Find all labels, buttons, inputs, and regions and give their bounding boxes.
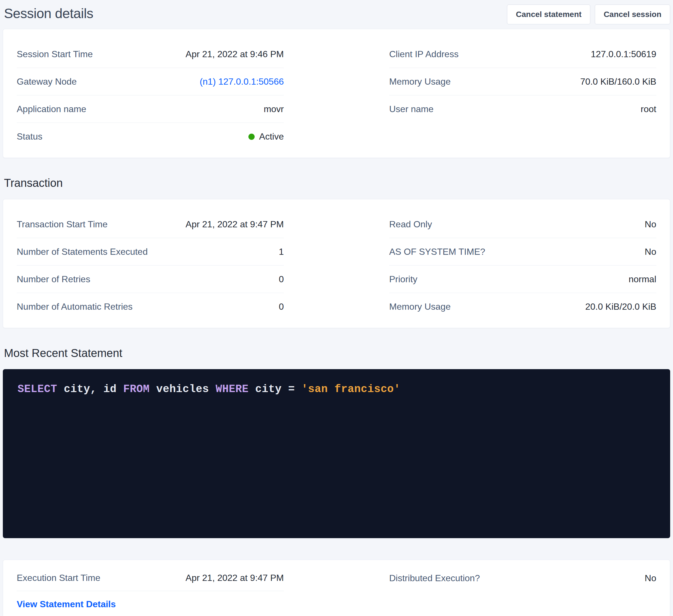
most-recent-statement-title: Most Recent Statement xyxy=(4,347,670,359)
sql-token: city, id xyxy=(57,383,123,395)
header-actions: Cancel statement Cancel session xyxy=(507,4,670,24)
detail-value: normal xyxy=(629,274,656,285)
number-of-retries-row: Number of Retries 0 xyxy=(17,266,284,293)
sql-statement-box: SELECT city, id FROM vehicles WHERE city… xyxy=(3,369,670,538)
detail-label: Transaction Start Time xyxy=(17,219,107,230)
session-start-time-row: Session Start Time Apr 21, 2022 at 9:46 … xyxy=(17,40,284,68)
session-details-page: Session details Cancel statement Cancel … xyxy=(0,0,673,616)
application-name-row: Application name movr xyxy=(17,95,284,123)
detail-value: 70.0 KiB/160.0 KiB xyxy=(580,76,656,87)
cancel-statement-button[interactable]: Cancel statement xyxy=(507,5,590,24)
client-ip-row: Client IP Address 127.0.0.1:50619 xyxy=(389,40,656,68)
detail-label: Number of Statements Executed xyxy=(17,247,148,257)
detail-label: AS OF SYSTEM TIME? xyxy=(389,247,485,257)
detail-value: No xyxy=(645,573,656,583)
view-statement-details-link[interactable]: View Statement Details xyxy=(17,599,116,609)
page-title: Session details xyxy=(4,6,93,21)
execution-card-left-column: Execution Start Time Apr 21, 2022 at 9:4… xyxy=(17,565,284,616)
detail-label: Session Start Time xyxy=(17,49,93,59)
detail-label: Memory Usage xyxy=(389,76,451,87)
detail-value: 0 xyxy=(279,274,284,285)
detail-label: Number of Automatic Retries xyxy=(17,301,133,312)
transaction-section-title: Transaction xyxy=(4,177,670,190)
detail-value: 20.0 KiB/20.0 KiB xyxy=(585,301,656,312)
transaction-card-left-column: Transaction Start Time Apr 21, 2022 at 9… xyxy=(17,211,284,320)
gateway-node-row: Gateway Node (n1) 127.0.0.1:50566 xyxy=(17,68,284,95)
detail-label: Gateway Node xyxy=(17,76,77,87)
session-summary-card: Session Start Time Apr 21, 2022 at 9:46 … xyxy=(3,29,670,158)
detail-label: Distributed Execution? xyxy=(389,573,480,583)
user-name-row: User name root xyxy=(389,95,656,123)
sql-token: city = xyxy=(249,383,301,395)
detail-label: Number of Retries xyxy=(17,274,90,285)
gateway-node-link[interactable]: (n1) 127.0.0.1:50566 xyxy=(200,76,284,87)
execution-start-time-row: Execution Start Time Apr 21, 2022 at 9:4… xyxy=(17,565,284,591)
detail-label: Priority xyxy=(389,274,418,285)
transaction-start-time-row: Transaction Start Time Apr 21, 2022 at 9… xyxy=(17,211,284,238)
detail-label: Memory Usage xyxy=(389,301,451,312)
transaction-memory-usage-row: Memory Usage 20.0 KiB/20.0 KiB xyxy=(389,293,656,320)
execution-card-right-column: Distributed Execution? No xyxy=(389,565,656,616)
detail-label: Client IP Address xyxy=(389,49,459,59)
sql-token: WHERE xyxy=(216,383,249,395)
statements-executed-row: Number of Statements Executed 1 xyxy=(17,238,284,266)
read-only-row: Read Only No xyxy=(389,211,656,238)
detail-label: Application name xyxy=(17,104,86,114)
execution-details-card: Execution Start Time Apr 21, 2022 at 9:4… xyxy=(3,560,670,616)
transaction-card-right-column: Read Only No AS OF SYSTEM TIME? No Prior… xyxy=(389,211,656,320)
detail-value: Apr 21, 2022 at 9:46 PM xyxy=(186,49,284,59)
sql-statement: SELECT city, id FROM vehicles WHERE city… xyxy=(18,383,401,395)
detail-value: 0 xyxy=(279,301,284,312)
cancel-session-button[interactable]: Cancel session xyxy=(595,5,670,24)
session-memory-usage-row: Memory Usage 70.0 KiB/160.0 KiB xyxy=(389,68,656,95)
status-text: Active xyxy=(259,131,284,142)
sql-token: 'san francisco' xyxy=(301,383,401,395)
detail-value: movr xyxy=(264,104,284,114)
priority-row: Priority normal xyxy=(389,266,656,293)
detail-value: root xyxy=(641,104,656,114)
transaction-card: Transaction Start Time Apr 21, 2022 at 9… xyxy=(3,199,670,328)
status-active-dot-icon xyxy=(248,133,255,140)
detail-value: Apr 21, 2022 at 9:47 PM xyxy=(186,573,284,583)
detail-label: User name xyxy=(389,104,434,114)
detail-value: No xyxy=(645,219,656,230)
session-card-right-column: Client IP Address 127.0.0.1:50619 Memory… xyxy=(389,40,656,150)
status-row: Status Active xyxy=(17,123,284,150)
detail-label: Status xyxy=(17,131,42,142)
detail-value: No xyxy=(645,247,656,257)
session-card-left-column: Session Start Time Apr 21, 2022 at 9:46 … xyxy=(17,40,284,150)
detail-label: Execution Start Time xyxy=(17,573,100,583)
as-of-system-time-row: AS OF SYSTEM TIME? No xyxy=(389,238,656,266)
detail-value: Apr 21, 2022 at 9:47 PM xyxy=(186,219,284,230)
sql-token: vehicles xyxy=(150,383,216,395)
automatic-retries-row: Number of Automatic Retries 0 xyxy=(17,293,284,320)
session-status: Active xyxy=(248,131,284,142)
detail-value: 1 xyxy=(279,247,284,257)
distributed-execution-row: Distributed Execution? No xyxy=(389,565,656,591)
detail-value: 127.0.0.1:50619 xyxy=(591,49,656,59)
detail-label: Read Only xyxy=(389,219,432,230)
page-header: Session details Cancel statement Cancel … xyxy=(3,4,670,24)
view-statement-details-row: View Statement Details xyxy=(17,591,284,616)
sql-token: FROM xyxy=(123,383,150,395)
sql-token: SELECT xyxy=(18,383,57,395)
